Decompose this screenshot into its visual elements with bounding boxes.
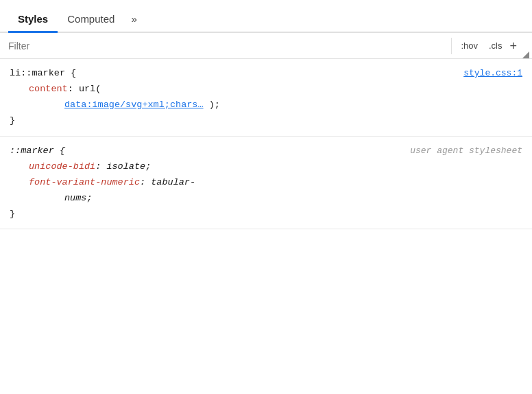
closing-brace-1: }	[10, 113, 522, 129]
cls-button[interactable]: .cls	[485, 38, 506, 53]
user-agent-label: user agent stylesheet	[410, 143, 522, 159]
prop-colon-2: : isolate;	[95, 161, 151, 172]
tab-bar: Styles Computed »	[0, 0, 532, 33]
prop-value-tabular: : tabular-	[140, 177, 195, 187]
prop-name-content: content	[29, 84, 68, 94]
tab-computed-label: Computed	[67, 13, 114, 25]
prop-name-font-variant: font-variant-numeric	[29, 177, 140, 187]
prop-name-unicode-bidi: unicode-bidi	[29, 161, 95, 172]
tab-styles[interactable]: Styles	[8, 8, 58, 32]
css-content: li::marker { style.css:1 content: url( d…	[0, 59, 532, 394]
prop-value-nums: nums;	[64, 193, 93, 203]
filter-actions: :hov .cls +	[452, 38, 522, 53]
filter-bar: :hov .cls +	[0, 33, 532, 59]
property-font-variant: font-variant-numeric: tabular-	[10, 175, 522, 191]
prop-colon-1: :	[68, 84, 73, 94]
source-link-1[interactable]: style.css:1	[463, 66, 522, 81]
tab-more[interactable]: »	[124, 8, 143, 32]
css-rule-li-marker: li::marker { style.css:1 content: url( d…	[0, 59, 532, 137]
property-unicode-bidi: unicode-bidi: isolate;	[10, 159, 522, 175]
tab-computed[interactable]: Computed	[58, 8, 124, 32]
add-style-button[interactable]: +	[509, 40, 517, 52]
rule-header-2: ::marker { user agent stylesheet	[10, 143, 522, 159]
selector-li-marker: li::marker {	[10, 66, 76, 82]
property-content: content: url(	[10, 82, 522, 97]
selector-marker: ::marker {	[10, 143, 65, 159]
hov-button[interactable]: :hov	[457, 38, 481, 53]
corner-resize	[522, 51, 529, 58]
css-rule-marker-ua: ::marker { user agent stylesheet unicode…	[0, 137, 532, 230]
prop-value-url-prefix: url(	[73, 84, 101, 94]
prop-value-data-url[interactable]: data:image/svg+xml;chars…	[64, 100, 204, 110]
closing-brace-2: }	[10, 207, 522, 222]
prop-value-close: );	[204, 100, 220, 110]
tab-more-label: »	[131, 13, 136, 25]
rule-header-1: li::marker { style.css:1	[10, 66, 522, 82]
property-font-variant-nums: nums;	[10, 191, 522, 207]
devtools-panel: Styles Computed » :hov .cls + li::marker…	[0, 0, 532, 394]
property-content-value-link: data:image/svg+xml;chars… );	[10, 97, 522, 113]
tab-styles-label: Styles	[18, 13, 48, 25]
filter-input[interactable]	[0, 33, 451, 58]
